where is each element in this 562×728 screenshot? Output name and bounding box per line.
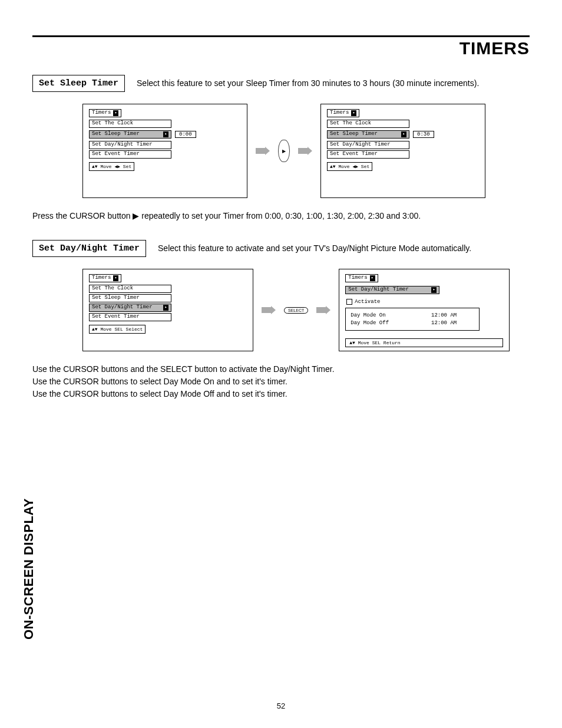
page-title: TIMERS [32, 39, 530, 57]
section-desc-daynight: Select this feature to activate and set … [158, 243, 471, 253]
section-desc-sleep: Select this feature to set your Sleep Ti… [137, 78, 479, 88]
section2-instruction: Use the CURSOR buttons and the SELECT bu… [32, 363, 530, 400]
arrow-right-icon [262, 306, 276, 314]
svg-marker-3 [316, 306, 330, 314]
osd-screen-daynight-detail: Timers▸ Set Day/Night Timer▸ Activate Da… [339, 269, 510, 351]
osd-screen-sleep-before: Timers▸ Set The Clock Set Sleep Timer▸ 0… [82, 104, 247, 198]
osd-screen-daynight-menu: Timers▸ Set The Clock Set Sleep Timer Se… [82, 269, 253, 351]
activate-checkbox [346, 299, 352, 305]
side-tab-label: ON-SCREEN DISPLAY [22, 498, 35, 640]
osd-screen-sleep-after: Timers▸ Set The Clock Set Sleep Timer▸ 0… [320, 104, 485, 198]
section-label-sleep: Set Sleep Timer [32, 75, 125, 92]
svg-marker-1 [298, 147, 312, 155]
arrow-right-icon [298, 147, 312, 155]
svg-marker-2 [262, 306, 276, 314]
sleep-value-after: 0:30 [413, 131, 434, 138]
page-number: 52 [0, 701, 562, 710]
sleep-value-before: 0:00 [175, 131, 196, 138]
arrow-right-icon [256, 147, 270, 155]
arrow-right-icon [316, 306, 330, 314]
svg-marker-0 [256, 147, 270, 155]
cursor-right-button: ▶ [278, 140, 290, 162]
section-label-daynight: Set Day/Night Timer [32, 240, 146, 257]
select-button: SELECT [284, 307, 308, 314]
section1-instruction: Press the CURSOR button ▶ repeatedly to … [32, 210, 530, 222]
